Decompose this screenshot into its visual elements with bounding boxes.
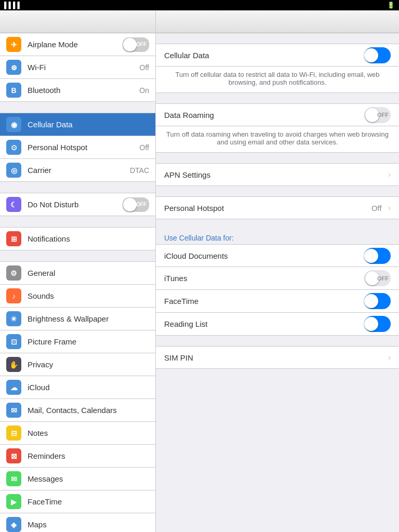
group-separator-7 [0, 250, 155, 262]
sidebar-item-airplane-mode[interactable]: ✈Airplane ModeOFF [0, 33, 155, 56]
right-content: Cellular DataONTurn off cellular data to… [156, 33, 399, 532]
itunes-label: iTunes [164, 274, 364, 283]
sounds-icon: ♪ [6, 288, 21, 303]
brightness-label: Brightness & Wallpaper [28, 314, 149, 323]
data-roaming-toggle[interactable]: OFF [364, 107, 391, 123]
sim-pin-chevron: › [388, 353, 391, 362]
settings-section-0: Cellular DataONTurn off cellular data to… [156, 44, 399, 93]
sidebar-item-maps[interactable]: ◈Maps [0, 513, 155, 532]
settings-row-facetime[interactable]: FaceTimeON [156, 290, 399, 313]
privacy-icon: ✋ [6, 357, 21, 372]
sidebar-item-messages[interactable]: ✉Messages [0, 468, 155, 490]
personal-hotspot-value: Off [371, 204, 382, 212]
battery-icon: 🔋 [387, 2, 395, 9]
notes-label: Notes [28, 429, 149, 437]
settings-section-1: Data RoamingOFFTurn off data roaming whe… [156, 103, 399, 153]
section-0-description: Turn off cellular data to restrict all d… [156, 66, 399, 93]
settings-row-cellular-data[interactable]: Cellular DataON [156, 44, 399, 66]
sidebar-item-donotdisturb[interactable]: ☾Do Not DisturbOFF [0, 193, 155, 216]
sidebar-item-notifications[interactable]: ⊞Notifications [0, 228, 155, 250]
sidebar: ✈Airplane ModeOFF⊛Wi-FiOffBBluetoothOn◉C… [0, 10, 156, 532]
sidebar-item-general[interactable]: ⚙General [0, 262, 155, 285]
general-icon: ⚙ [6, 265, 21, 281]
mail-label: Mail, Contacts, Calendars [28, 406, 149, 415]
maps-label: Maps [28, 520, 149, 529]
messages-icon: ✉ [6, 471, 21, 486]
sidebar-item-reminders[interactable]: ⊠Reminders [0, 445, 155, 468]
carrier-label: Carrier [28, 166, 130, 175]
sidebar-item-pictureframe[interactable]: ⊡Picture Frame [0, 330, 155, 353]
pictureframe-label: Picture Frame [28, 337, 149, 346]
group-separator-2 [0, 102, 155, 113]
settings-row-reading-list[interactable]: Reading ListON [156, 313, 399, 336]
sidebar-list: ✈Airplane ModeOFF⊛Wi-FiOffBBluetoothOn◉C… [0, 33, 155, 532]
facetime-toggle[interactable]: ON [364, 293, 391, 309]
brightness-icon: ☀ [6, 311, 21, 326]
privacy-label: Privacy [28, 360, 149, 369]
reminders-label: Reminders [28, 451, 149, 460]
apn-settings-chevron: › [388, 170, 391, 179]
bluetooth-icon: B [6, 83, 21, 98]
sim-pin-label: SIM PIN [164, 353, 384, 362]
group-separator-6 [0, 216, 155, 228]
status-bar: ▌▌▌▌ 🔋 [0, 0, 399, 10]
sidebar-item-notes[interactable]: ⊟Notes [0, 422, 155, 445]
sidebar-item-brightness[interactable]: ☀Brightness & Wallpaper [0, 308, 155, 330]
carrier-value: DTAC [130, 166, 149, 175]
status-battery: 🔋 [385, 2, 395, 9]
settings-row-data-roaming[interactable]: Data RoamingOFF [156, 103, 399, 126]
notifications-label: Notifications [28, 234, 149, 243]
cellular-data-toggle[interactable]: ON [364, 47, 391, 63]
notifications-icon: ⊞ [6, 231, 21, 246]
sidebar-item-hotspot[interactable]: ⊙Personal HotspotOff [0, 136, 155, 159]
settings-row-itunes[interactable]: iTunesOFF [156, 267, 399, 290]
sidebar-item-carrier[interactable]: ◎CarrierDTAC [0, 159, 155, 182]
section-1-description: Turn off data roaming when traveling to … [156, 126, 399, 153]
donotdisturb-label: Do Not Disturb [28, 200, 123, 209]
airplane-mode-toggle[interactable]: OFF [123, 37, 149, 52]
settings-section-3: Personal HotspotOff› [156, 196, 399, 219]
sounds-label: Sounds [28, 291, 149, 300]
icloud-documents-label: iCloud Documents [164, 251, 364, 260]
right-panel: Cellular DataONTurn off cellular data to… [156, 10, 399, 532]
settings-section-4: Use Cellular Data for:iCloud DocumentsON… [156, 230, 399, 336]
reading-list-label: Reading List [164, 320, 364, 328]
hotspot-label: Personal Hotspot [28, 143, 140, 152]
main-container: ✈Airplane ModeOFF⊛Wi-FiOffBBluetoothOn◉C… [0, 10, 399, 532]
personal-hotspot-label: Personal Hotspot [164, 204, 371, 212]
reminders-icon: ⊠ [6, 448, 21, 463]
notes-icon: ⊟ [6, 425, 21, 441]
facetime-label: FaceTime [164, 297, 364, 305]
reading-list-toggle[interactable]: ON [364, 316, 391, 332]
mail-icon: ✉ [6, 403, 21, 418]
maps-icon: ◈ [6, 517, 21, 532]
sidebar-title [0, 10, 155, 33]
settings-row-icloud-documents[interactable]: iCloud DocumentsON [156, 244, 399, 267]
icloud-documents-toggle[interactable]: ON [364, 248, 391, 264]
sidebar-item-sounds[interactable]: ♪Sounds [0, 285, 155, 308]
itunes-toggle[interactable]: OFF [364, 270, 391, 286]
sidebar-item-wifi[interactable]: ⊛Wi-FiOff [0, 56, 155, 79]
airplane-mode-icon: ✈ [6, 37, 21, 52]
settings-row-apn-settings[interactable]: APN Settings› [156, 163, 399, 186]
facetime-label: FaceTime [28, 497, 149, 506]
sidebar-item-bluetooth[interactable]: BBluetoothOn [0, 79, 155, 102]
settings-row-sim-pin[interactable]: SIM PIN› [156, 346, 399, 369]
general-label: General [28, 269, 149, 277]
settings-row-personal-hotspot[interactable]: Personal HotspotOff› [156, 196, 399, 219]
sidebar-item-cellular[interactable]: ◉Cellular Data [0, 113, 155, 136]
sidebar-item-mail[interactable]: ✉Mail, Contacts, Calendars [0, 399, 155, 422]
wifi-icon: ⊛ [6, 60, 21, 75]
sidebar-item-icloud[interactable]: ☁iCloud [0, 376, 155, 399]
sidebar-item-privacy[interactable]: ✋Privacy [0, 353, 155, 376]
sidebar-item-facetime[interactable]: ▶FaceTime [0, 490, 155, 513]
icloud-icon: ☁ [6, 380, 21, 395]
apn-settings-label: APN Settings [164, 170, 384, 179]
donotdisturb-toggle[interactable]: OFF [123, 197, 149, 212]
group-separator-5 [0, 182, 155, 193]
bluetooth-label: Bluetooth [28, 86, 139, 95]
cellular-data-label: Cellular Data [164, 51, 364, 60]
cellular-label: Cellular Data [28, 120, 149, 129]
pictureframe-icon: ⊡ [6, 334, 21, 349]
hotspot-value: Off [140, 143, 149, 152]
